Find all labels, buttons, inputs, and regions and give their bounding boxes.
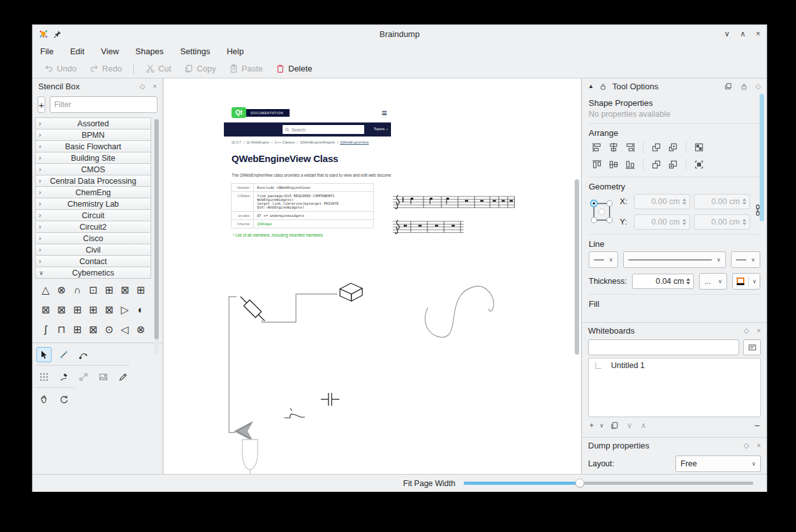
line-end-marker-combo[interactable]: ∨ bbox=[731, 251, 760, 268]
grid-tool[interactable] bbox=[36, 369, 52, 385]
align-middle-button[interactable] bbox=[605, 157, 622, 172]
y-position-spinbox[interactable]: 0.00 cm bbox=[634, 214, 690, 230]
cap-style-button[interactable]: ∨ bbox=[732, 273, 760, 290]
pin-icon[interactable] bbox=[54, 30, 62, 38]
stencil-shape-icon[interactable]: ⊠ bbox=[54, 305, 70, 315]
menu-shapes[interactable]: Shapes bbox=[135, 47, 163, 56]
stencil-shape-icon[interactable]: ⊠ bbox=[85, 325, 101, 335]
bracket-connector[interactable] bbox=[229, 297, 237, 432]
stencil-scrollbar[interactable] bbox=[154, 118, 159, 354]
line-pattern-combo[interactable]: ...∨ bbox=[699, 273, 727, 290]
stencil-shape-icon[interactable]: ⊠ bbox=[117, 285, 133, 295]
align-center-h-button[interactable] bbox=[605, 140, 622, 155]
align-top-button[interactable] bbox=[589, 157, 605, 172]
connection-tool[interactable] bbox=[76, 369, 91, 385]
ungroup-shapes-button[interactable] bbox=[691, 157, 707, 172]
stencil-shape-icon[interactable]: △ bbox=[38, 285, 54, 295]
float-panel-icon[interactable]: ◇ bbox=[756, 82, 761, 91]
add-stencil-button[interactable]: + bbox=[38, 96, 45, 113]
category-cmos[interactable]: ›CMOS bbox=[35, 163, 151, 175]
menu-edit[interactable]: Edit bbox=[70, 47, 84, 56]
menu-file[interactable]: File bbox=[40, 47, 54, 56]
align-left-button[interactable] bbox=[589, 140, 605, 155]
send-to-back-button[interactable] bbox=[665, 157, 681, 172]
stencil-shape-icon[interactable]: ⊗ bbox=[54, 285, 70, 295]
select-tool[interactable] bbox=[36, 347, 52, 362]
stencil-shape-icon[interactable]: ∩ bbox=[70, 285, 85, 295]
menu-settings[interactable]: Settings bbox=[180, 47, 210, 56]
float-panel-icon[interactable]: ◇ bbox=[744, 441, 749, 450]
switch-shape[interactable] bbox=[284, 408, 305, 418]
calligraphy-tool[interactable] bbox=[56, 369, 71, 385]
whiteboard-canvas[interactable]: Qt DOCUMENTATION ≡ Search Topics› Qt 6.7… bbox=[164, 78, 582, 474]
minimize-button[interactable]: ∨ bbox=[724, 30, 730, 38]
category-bpmn[interactable]: ›BPMN bbox=[35, 129, 151, 141]
stencil-shape-icon[interactable]: ▷ bbox=[117, 305, 133, 315]
category-chemistry-lab[interactable]: ›Chemistry Lab bbox=[35, 198, 151, 210]
pan-tool[interactable] bbox=[36, 392, 52, 407]
width-spinbox[interactable]: 0.00 cm bbox=[694, 194, 750, 209]
align-bottom-button[interactable] bbox=[622, 157, 638, 172]
stencil-shape-icon[interactable]: ⊞ bbox=[101, 285, 117, 295]
resistor-shape[interactable] bbox=[240, 297, 265, 321]
x-position-spinbox[interactable]: 0.00 cm bbox=[634, 194, 690, 209]
stencil-shape-icon[interactable]: ⊓ bbox=[54, 325, 70, 335]
undo-button[interactable]: Undo bbox=[39, 62, 82, 75]
zoom-mode-label[interactable]: Fit Page Width bbox=[382, 479, 455, 488]
close-panel-icon[interactable]: × bbox=[757, 441, 761, 449]
bullet-shape[interactable] bbox=[242, 440, 258, 474]
remove-whiteboard-button[interactable]: − bbox=[755, 420, 760, 431]
line-tool[interactable] bbox=[56, 347, 71, 362]
filter-input[interactable] bbox=[50, 96, 158, 113]
zoom-slider[interactable] bbox=[464, 482, 753, 485]
arrow-shape[interactable] bbox=[234, 421, 253, 441]
path-edit-tool[interactable] bbox=[76, 347, 91, 362]
detach-icon[interactable] bbox=[724, 82, 732, 91]
cuboid-shape[interactable] bbox=[340, 283, 362, 301]
category-assorted[interactable]: ›Assorted bbox=[35, 117, 151, 129]
stencil-shape-icon[interactable]: ⊙ bbox=[101, 325, 117, 335]
tool-options-scrollbar[interactable] bbox=[760, 94, 764, 221]
stencil-shape-icon[interactable]: ◁ bbox=[117, 325, 133, 335]
category-central-data-processing[interactable]: ›Central Data Processing bbox=[35, 175, 151, 187]
stencil-shape-icon[interactable]: ⊠ bbox=[101, 305, 117, 315]
stencil-shape-icon[interactable]: ⊞ bbox=[70, 325, 85, 335]
move-down-button[interactable]: ∨ bbox=[627, 421, 633, 430]
menu-view[interactable]: View bbox=[101, 47, 119, 56]
stencil-shape-icon[interactable]: ◐ bbox=[133, 305, 149, 315]
line-start-marker-combo[interactable]: ∨ bbox=[589, 251, 618, 268]
zoom-slider-handle[interactable] bbox=[575, 478, 584, 487]
category-basic-flowchart[interactable]: ›Basic Flowchart bbox=[35, 140, 151, 152]
close-button[interactable]: × bbox=[756, 30, 760, 38]
titlebar[interactable]: Braindump ∨ ∧ × bbox=[33, 25, 767, 43]
collapse-icon[interactable]: ▲ bbox=[588, 83, 594, 89]
duplicate-whiteboard-icon[interactable] bbox=[610, 421, 619, 430]
height-spinbox[interactable]: 0.00 cm bbox=[694, 214, 750, 230]
stencil-shape-icon[interactable]: ⊡ bbox=[85, 285, 101, 295]
menu-help[interactable]: Help bbox=[226, 47, 244, 56]
maximize-button[interactable]: ∧ bbox=[740, 30, 746, 38]
close-panel-icon[interactable]: × bbox=[757, 327, 761, 334]
float-panel-icon[interactable]: ◇ bbox=[744, 327, 749, 335]
stencil-shape-icon[interactable]: ʃ bbox=[38, 325, 54, 335]
stencil-shape-icon[interactable]: ⊞ bbox=[70, 305, 85, 315]
stencil-shape-icon[interactable]: ⊠ bbox=[38, 305, 54, 315]
whiteboard-list-item[interactable]: Untitled 1 bbox=[593, 361, 756, 370]
add-whiteboard-button[interactable]: + bbox=[589, 421, 594, 430]
rename-whiteboard-button[interactable] bbox=[743, 339, 761, 355]
image-tool[interactable] bbox=[96, 369, 111, 385]
lock-icon[interactable] bbox=[740, 82, 748, 91]
add-options-chevron[interactable]: ∨ bbox=[600, 423, 604, 429]
redo-button[interactable]: Redo bbox=[84, 62, 127, 75]
zoom-tool[interactable] bbox=[56, 392, 71, 407]
category-circuit[interactable]: ›Circuit bbox=[35, 209, 151, 221]
category-civil[interactable]: ›Civil bbox=[35, 244, 151, 256]
s-curve-shape[interactable] bbox=[425, 286, 494, 337]
category-cisco[interactable]: ›Cisco bbox=[35, 232, 151, 244]
line-style-combo[interactable]: ∨ bbox=[623, 251, 726, 268]
align-right-button[interactable] bbox=[622, 140, 638, 155]
bring-to-front-button[interactable] bbox=[665, 140, 681, 155]
stencil-shape-icon[interactable]: ⊞ bbox=[133, 285, 149, 295]
whiteboards-list[interactable]: Untitled 1 bbox=[588, 358, 761, 417]
float-panel-icon[interactable]: ◇ bbox=[140, 82, 145, 91]
